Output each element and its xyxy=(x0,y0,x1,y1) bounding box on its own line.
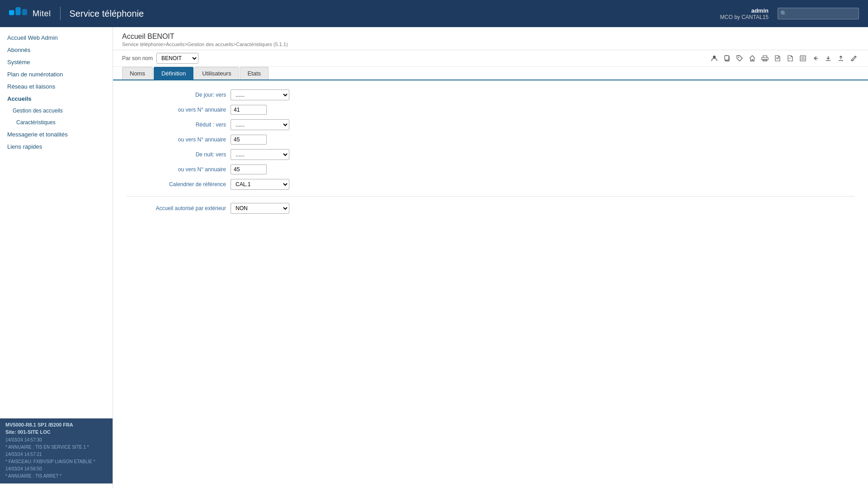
search-icon: 🔍 xyxy=(780,10,787,17)
svg-rect-0 xyxy=(9,10,14,15)
user-name: admin xyxy=(720,7,769,14)
annuaire2-label: ou vers N° annuaire xyxy=(127,136,226,143)
form-row-de-jour: De jour: vers ...... xyxy=(127,89,854,100)
sidebar-item-plan-numerotation[interactable]: Plan de numérotation xyxy=(0,68,113,80)
sidebar-footer: MV5000-R8.1 SP1 /B200 FRA Site: 001-SITE… xyxy=(0,418,113,483)
user-org: MCO by CANTAL15 xyxy=(720,14,769,20)
sidebar-item-caracteristiques[interactable]: Caractéristiques xyxy=(0,117,113,128)
tab-definition[interactable]: Définition xyxy=(154,67,193,80)
de-nuit-label: De nuit: vers xyxy=(127,151,226,158)
page-title: Accueil BENOIT xyxy=(122,33,859,41)
reduit-label: Réduit : vers xyxy=(127,122,226,128)
toolbar-copy-icon[interactable] xyxy=(722,53,732,64)
toolbar-icons xyxy=(709,53,859,64)
toolbar-back-icon[interactable] xyxy=(810,53,821,64)
header-user: admin MCO by CANTAL15 xyxy=(720,7,769,20)
toolbar-home-icon[interactable] xyxy=(747,53,758,64)
de-jour-label: De jour: vers xyxy=(127,92,226,98)
svg-rect-1 xyxy=(15,7,20,15)
toolbar-list-icon[interactable] xyxy=(797,53,808,64)
toolbar-user-icon[interactable] xyxy=(709,53,720,64)
logo: Mitel xyxy=(9,7,51,20)
search-wrap: 🔍 xyxy=(778,8,859,19)
log-line-3: * FAISCEAU: FXBIVSIP LIAISON ETABLIE * xyxy=(5,458,107,465)
filter-select[interactable]: BENOIT xyxy=(156,53,198,64)
form-row-accueil-autorise: Accueil autorisé par extérieur NON xyxy=(127,203,854,214)
log-line-1: * ANNUAIRE : TIS EN SERVICE SITE 1 * xyxy=(5,444,107,451)
toolbar-doc1-icon[interactable] xyxy=(772,53,783,64)
accueil-autorise-select[interactable]: NON xyxy=(231,203,289,214)
form-row-calendrier: Calendrier de référence CAL.1 xyxy=(127,179,854,190)
form-content: De jour: vers ...... ou vers N° annuaire… xyxy=(113,80,868,227)
form-row-annuaire2: ou vers N° annuaire xyxy=(127,135,854,145)
log-line-2: 14/03/24 14:57:21 xyxy=(5,451,107,458)
section-divider xyxy=(127,196,854,197)
mitel-logo-icon xyxy=(9,7,27,20)
toolbar-print-icon[interactable] xyxy=(760,53,770,64)
annuaire3-input[interactable] xyxy=(231,164,267,174)
sidebar-item-abonnes[interactable]: Abonnés xyxy=(0,44,113,56)
de-nuit-select[interactable]: ...... xyxy=(231,149,289,160)
tab-etats[interactable]: Etats xyxy=(240,67,269,80)
sidebar-item-gestion-accueils[interactable]: Gestion des accueils xyxy=(0,105,113,117)
annuaire3-label: ou vers N° annuaire xyxy=(127,166,226,173)
tab-noms[interactable]: Noms xyxy=(122,67,153,80)
toolbar-download-icon[interactable] xyxy=(823,53,834,64)
accueil-autorise-label: Accueil autorisé par extérieur xyxy=(127,205,226,211)
toolbar-tag-icon[interactable] xyxy=(734,53,745,64)
svg-rect-5 xyxy=(725,56,729,60)
svg-rect-8 xyxy=(762,57,768,60)
de-jour-select[interactable]: ...... xyxy=(231,89,289,100)
form-row-reduit: Réduit : vers ...... xyxy=(127,119,854,130)
sidebar-logs: 14/03/24 14:57:30 * ANNUAIRE : TIS EN SE… xyxy=(5,436,107,480)
sidebar-item-accueil-web[interactable]: Accueil Web Admin xyxy=(0,32,113,44)
calendrier-label: Calendrier de référence xyxy=(127,181,226,188)
tabs: Noms Définition Utilisateurs Etats xyxy=(113,67,868,80)
header: Mitel Service téléphonie admin MCO by CA… xyxy=(0,0,868,27)
tab-utilisateurs[interactable]: Utilisateurs xyxy=(194,67,239,80)
search-input[interactable] xyxy=(778,8,859,19)
toolbar-edit-icon[interactable] xyxy=(848,53,859,64)
form-row-annuaire1: ou vers N° annuaire xyxy=(127,105,854,115)
header-title: Service téléphonie xyxy=(70,9,711,19)
annuaire2-input[interactable] xyxy=(231,135,267,145)
sidebar-item-systeme[interactable]: Système xyxy=(0,56,113,68)
calendrier-select[interactable]: CAL.1 xyxy=(231,179,289,190)
sidebar-item-reseau-liaisons[interactable]: Réseau et liaisons xyxy=(0,80,113,93)
filter-row: Par son nom BENOIT xyxy=(122,53,198,64)
svg-point-6 xyxy=(738,57,739,58)
log-line-5: * ANNUAIRE : TIS ARRET * xyxy=(5,473,107,480)
header-divider xyxy=(60,7,61,20)
annuaire1-label: ou vers N° annuaire xyxy=(127,107,226,113)
sidebar-version: MV5000-R8.1 SP1 /B200 FRA xyxy=(5,422,107,427)
main-content: Accueil BENOIT Service téléphonie>Accuei… xyxy=(113,27,868,488)
form-row-de-nuit: De nuit: vers ...... xyxy=(127,149,854,160)
layout: Accueil Web Admin Abonnés Système Plan d… xyxy=(0,27,868,488)
logo-text: Mitel xyxy=(33,9,51,19)
annuaire1-input[interactable] xyxy=(231,105,267,115)
breadcrumb: Service téléphonie>Accueils>Gestion des … xyxy=(122,42,859,47)
log-line-4: 14/03/24 14:56:50 xyxy=(5,465,107,473)
main-header: Accueil BENOIT Service téléphonie>Accuei… xyxy=(113,27,868,50)
form-row-annuaire3: ou vers N° annuaire xyxy=(127,164,854,174)
filter-label: Par son nom xyxy=(122,55,153,61)
sidebar: Accueil Web Admin Abonnés Système Plan d… xyxy=(0,27,113,488)
sidebar-item-messagerie[interactable]: Messagerie et tonalités xyxy=(0,128,113,141)
reduit-select[interactable]: ...... xyxy=(231,119,289,130)
svg-point-3 xyxy=(713,56,716,58)
toolbar-upload-icon[interactable] xyxy=(835,53,846,64)
log-line-0: 14/03/24 14:57:30 xyxy=(5,436,107,444)
sidebar-item-accueils[interactable]: Accueils xyxy=(0,93,113,105)
svg-rect-2 xyxy=(22,9,27,15)
sidebar-site: Site: 001-SITE LOC xyxy=(5,429,107,435)
sidebar-nav: Accueil Web Admin Abonnés Système Plan d… xyxy=(0,32,113,418)
toolbar-doc2-icon[interactable] xyxy=(785,53,796,64)
sidebar-item-liens-rapides[interactable]: Liens rapides xyxy=(0,141,113,153)
